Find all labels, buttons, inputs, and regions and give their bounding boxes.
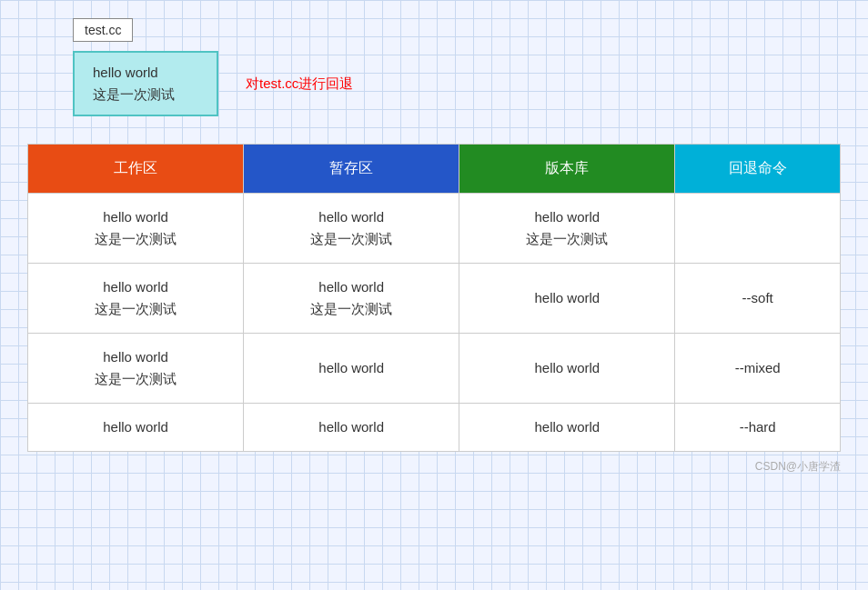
cell-repo-0: hello world这是一次测试: [459, 194, 675, 264]
watermark: CSDN@小唐学渣: [27, 459, 841, 475]
cell-work-1: hello world这是一次测试: [28, 264, 244, 334]
stage-line1: hello world: [253, 276, 449, 298]
repo-line1: hello world: [469, 206, 665, 228]
header-work: 工作区: [28, 145, 244, 194]
cell-work-2: hello world这是一次测试: [28, 334, 244, 404]
work-line1: hello world: [37, 346, 234, 368]
header-cmd: 回退命令: [675, 145, 841, 194]
header-repo: 版本库: [459, 145, 675, 194]
table-header-row: 工作区 暂存区 版本库 回退命令: [28, 145, 841, 194]
cell-cmd-2: --mixed: [675, 334, 841, 404]
filename-container: test.cc: [27, 18, 841, 51]
stage-line2: 这是一次测试: [253, 298, 449, 320]
cell-stage-3: hello world: [244, 404, 459, 452]
cell-work-3: hello world: [28, 404, 244, 452]
highlight-line1: hello world: [93, 62, 198, 84]
stage-line1: hello world: [253, 206, 449, 228]
cell-repo-2: hello world: [459, 334, 675, 404]
filename-box: test.cc: [73, 18, 133, 42]
cell-work-0: hello world这是一次测试: [28, 194, 244, 264]
stage-line2: 这是一次测试: [253, 228, 449, 250]
table-row: hello world这是一次测试hello world这是一次测试hello …: [28, 264, 841, 334]
header-stage: 暂存区: [244, 145, 459, 194]
stage-line1: hello world: [253, 416, 449, 438]
work-line1: hello world: [37, 416, 234, 438]
cell-repo-3: hello world: [459, 404, 675, 452]
highlight-box: hello world 这是一次测试: [73, 51, 218, 116]
highlight-line2: 这是一次测试: [93, 84, 198, 105]
cell-stage-0: hello world这是一次测试: [244, 194, 459, 264]
cell-stage-1: hello world这是一次测试: [244, 264, 459, 334]
stage-line1: hello world: [253, 357, 449, 379]
cell-stage-2: hello world: [244, 334, 459, 404]
cell-cmd-0: [675, 194, 841, 264]
work-line2: 这是一次测试: [37, 298, 234, 320]
repo-line2: 这是一次测试: [469, 228, 665, 250]
cell-cmd-1: --soft: [675, 264, 841, 334]
work-line1: hello world: [37, 206, 234, 228]
table-row: hello world这是一次测试hello worldhello world-…: [28, 334, 841, 404]
repo-line1: hello world: [469, 287, 665, 309]
top-row: hello world 这是一次测试 对test.cc进行回退: [27, 51, 841, 116]
table-row: hello worldhello worldhello world--hard: [28, 404, 841, 452]
revert-text: 对test.cc进行回退: [246, 75, 353, 93]
main-table: 工作区 暂存区 版本库 回退命令 hello world这是一次测试hello …: [27, 144, 841, 452]
top-section: test.cc hello world 这是一次测试 对test.cc进行回退: [27, 18, 841, 116]
work-line1: hello world: [37, 276, 234, 298]
cell-repo-1: hello world: [459, 264, 675, 334]
work-line2: 这是一次测试: [37, 368, 234, 390]
cell-cmd-3: --hard: [675, 404, 841, 452]
repo-line1: hello world: [469, 357, 665, 379]
repo-line1: hello world: [469, 416, 665, 438]
table-row: hello world这是一次测试hello world这是一次测试hello …: [28, 194, 841, 264]
table-wrapper: 工作区 暂存区 版本库 回退命令 hello world这是一次测试hello …: [27, 144, 841, 452]
work-line2: 这是一次测试: [37, 228, 234, 250]
